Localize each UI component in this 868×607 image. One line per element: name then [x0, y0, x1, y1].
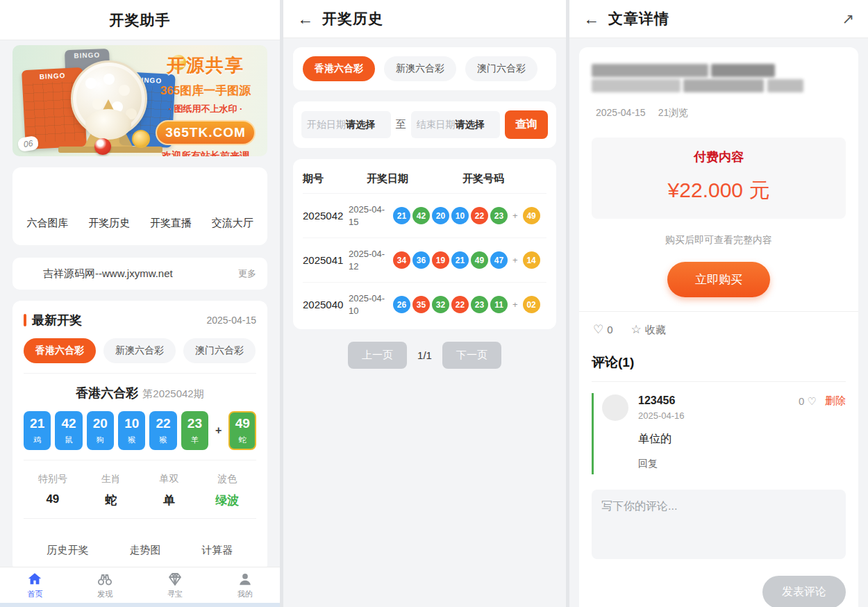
bottom-strip [0, 603, 280, 607]
plus-sign: + [512, 255, 518, 265]
home-header: 开奖助手 [0, 0, 280, 40]
draw-ball: 10 猴 [118, 411, 145, 450]
draw-ball: 22 猴 [149, 411, 176, 450]
tab-discover[interactable]: 发现 [70, 572, 140, 599]
col-issue: 期号 [303, 172, 349, 185]
promo-banner[interactable]: BINGO BINGO BINGO 开源共享 365图库一手 [12, 45, 267, 156]
ball-zodiac: 猴 [128, 435, 135, 445]
ball-zodiac: 狗 [97, 435, 104, 445]
draw-issue: 第2025042期 [142, 388, 203, 399]
submit-comment-button[interactable]: 发表评论 [762, 576, 846, 607]
ball-zodiac: 鼠 [65, 435, 73, 445]
result-ball: 19 [432, 251, 449, 269]
comment-input[interactable] [592, 490, 846, 559]
tab-label: 寻宝 [167, 589, 183, 599]
quick-nav-gallery[interactable]: 六合图库 [26, 186, 68, 230]
article-meta: 2025-04-1521浏览 [592, 107, 846, 119]
tab-macau-lottery[interactable]: 澳门六合彩 [183, 338, 256, 363]
tab-treasure[interactable]: 寻宝 [140, 572, 210, 599]
quick-nav-forum[interactable]: 交流大厅 [212, 186, 253, 230]
lottery-tabs: 香港六合彩 新澳六合彩 澳门六合彩 [24, 338, 256, 363]
prev-page-button[interactable]: 上一页 [348, 342, 407, 369]
plus-sign: + [512, 210, 518, 221]
link-calculator[interactable]: 计算器 [202, 544, 233, 557]
link-trend-chart[interactable]: 走势图 [130, 544, 161, 557]
result-ball: 22 [451, 296, 469, 313]
banner-headline: 开源共享 [151, 53, 260, 78]
home-icon [27, 572, 42, 587]
link-history[interactable]: 历史开奖 [47, 544, 89, 557]
three-screen-preview: 开奖助手 BINGO BINGO BINGO [0, 0, 868, 607]
special-result-ball: 49 [523, 207, 540, 224]
lottery-tabs-card: 香港六合彩 新澳六合彩 澳门六合彩 [293, 47, 556, 90]
row-issue: 2025041 [303, 254, 349, 266]
query-button[interactable]: 查询 [505, 110, 548, 139]
table-row: 2025040 2025-04-10 26 35 32 22 23 11 + 0… [303, 282, 546, 326]
draw-ball: 21 鸡 [24, 411, 51, 450]
draw-ball: 20 狗 [87, 411, 114, 450]
back-icon[interactable]: ← [297, 11, 313, 27]
tab-hk-lottery[interactable]: 香港六合彩 [303, 56, 375, 81]
result-ball: 42 [412, 207, 430, 224]
like-count: 0 [607, 324, 612, 335]
paid-price: ¥22.000 元 [599, 176, 839, 205]
stat-wave-color: 波色 绿波 [198, 473, 256, 508]
tab-macau-lottery[interactable]: 澳门六合彩 [465, 56, 537, 81]
row-date: 2025-04-12 [349, 248, 393, 272]
ball-number: 10 [124, 416, 139, 431]
divider [24, 373, 256, 374]
draw-balls: 21 鸡 42 鼠 20 狗 10 猴 [24, 411, 256, 450]
plus-sign: + [512, 299, 518, 310]
paid-content-box: 付费内容 ¥22.000 元 [592, 138, 846, 219]
result-ball: 23 [471, 296, 488, 313]
ball-zodiac: 蛇 [239, 435, 247, 445]
col-date: 开奖日期 [367, 172, 408, 185]
result-ball: 10 [451, 207, 469, 224]
start-date-picker[interactable]: 开始日期请选择 [301, 111, 391, 138]
next-page-button[interactable]: 下一页 [442, 342, 501, 369]
buy-now-button[interactable]: 立即购买 [667, 262, 770, 297]
tab-xinao-lottery[interactable]: 新澳六合彩 [384, 56, 456, 81]
stat-label: 生肖 [82, 473, 140, 485]
comment-like-count: 0 [799, 395, 804, 407]
row-date: 2025-04-15 [349, 203, 393, 228]
quick-nav-live[interactable]: 开奖直播 [150, 186, 192, 230]
ball-number: 49 [235, 416, 250, 431]
heart-icon[interactable]: ♡ [808, 395, 817, 408]
stat-label: 波色 [198, 473, 256, 485]
back-icon[interactable]: ← [583, 11, 599, 27]
star-icon: ☆ [631, 323, 642, 336]
article-actions: ♡0 ☆收藏 [592, 312, 846, 340]
censored-block [711, 64, 775, 77]
ball-zodiac: 羊 [191, 435, 199, 445]
tab-home[interactable]: 首页 [0, 572, 70, 599]
banner-site-pill: 365TK.COM [156, 120, 256, 145]
tab-xinao-lottery[interactable]: 新澳六合彩 [103, 338, 176, 363]
end-date-picker[interactable]: 结束日期请选择 [411, 111, 501, 138]
table-header: 期号 开奖日期 开奖号码 [303, 163, 546, 193]
notice-more-link[interactable]: 更多 [238, 267, 256, 280]
table-row: 2025042 2025-04-15 21 42 20 10 22 23 + 4… [303, 193, 546, 238]
row-issue: 2025040 [303, 299, 349, 310]
divider [24, 518, 256, 519]
special-result-ball: 02 [523, 296, 540, 313]
tab-profile[interactable]: 我的 [210, 572, 280, 599]
tab-label: 发现 [97, 589, 112, 599]
col-numbers: 开奖号码 [462, 172, 504, 185]
reply-link[interactable]: 回复 [638, 458, 846, 470]
external-link-icon[interactable]: ↗ [842, 10, 854, 27]
notice-bar[interactable]: 吉祥源码网--www.jxymw.net 更多 [12, 258, 267, 290]
row-balls: 26 35 32 22 23 11 + 02 [393, 296, 540, 313]
favorite-button[interactable]: ☆收藏 [631, 322, 666, 337]
comments-title: 评论(1) [592, 354, 846, 382]
quick-nav-history[interactable]: 开奖历史 [88, 186, 130, 230]
forum-icon [217, 186, 248, 217]
like-button[interactable]: ♡0 [593, 322, 613, 337]
ball-number: 20 [93, 416, 108, 431]
end-date-label: 结束日期 [417, 119, 456, 130]
date-filter-card: 开始日期请选择 至 结束日期请选择 查询 [293, 101, 556, 148]
comment-author: 123456 [638, 394, 685, 407]
delete-comment-link[interactable]: 删除 [825, 394, 846, 408]
tab-hk-lottery[interactable]: 香港六合彩 [24, 338, 96, 363]
tab-label: 首页 [27, 589, 42, 599]
